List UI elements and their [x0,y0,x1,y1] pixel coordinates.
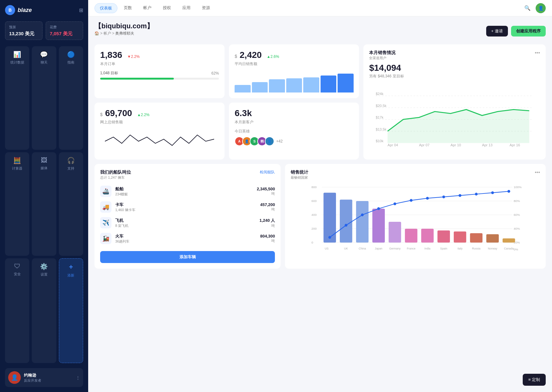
tab-dashboard[interactable]: 仪表板 [94,3,117,13]
svg-text:Apr 07: Apr 07 [419,143,430,147]
budget-section: 预算 13,230 美元 花费 7,057 美元 [5,21,83,40]
ship-icon: 🚢 [100,186,111,197]
train-icon: 🚂 [100,233,111,244]
target-label: 1,048 目标 [100,70,118,76]
truck-icon: 🚚 [100,201,111,213]
tab-auth[interactable]: 授权 [158,3,176,13]
sales-stats-more-icon[interactable]: ••• [535,170,540,175]
svg-text:Norway: Norway [488,247,498,250]
dollar-sign-2: $ [100,112,103,117]
dot-1 [328,236,331,239]
sales-big-value: $14,094 [369,63,540,73]
sidebar-item-chat[interactable]: 💬 聊天 [32,46,56,150]
svg-text:$17k: $17k [376,115,384,119]
hero-5: 👤 [265,137,274,146]
support-label: 支持 [67,166,74,171]
bar-India [421,229,434,243]
invite-button[interactable]: + 邀请 [486,26,508,36]
security-icon: 🛡 [14,263,20,270]
new-customers-label: 本月新客户 [235,120,353,125]
svg-text:Italy: Italy [458,247,463,250]
svg-marker-9 [388,109,529,143]
budget-value: 13,230 美元 [9,31,38,36]
bar-Norway [487,234,499,243]
total-sales-change: ▲2.2% [137,113,149,117]
sidebar: B blaze ⊞ 预算 13,230 美元 花费 7,057 美元 📊 统计数… [0,0,88,392]
sidebar-item-settings[interactable]: ⚙️ 设置 [32,258,56,363]
bar-2 [252,82,268,92]
bar-Germany [389,222,401,243]
sidebar-item-stats[interactable]: 📊 统计数据 [5,46,29,150]
sales-card-header: 本月销售情况 全渠道用户 ••• [369,50,540,60]
ship-name: 船舶 [115,186,253,192]
stats-icon: 📊 [13,51,21,58]
sidebar-item-add[interactable]: + 添新 [59,258,83,363]
tab-accounts[interactable]: 帐户 [138,3,156,13]
truck-value-group: 457,200 吨 [260,202,275,212]
progress-bar [100,78,219,80]
mini-bar-chart [235,70,353,92]
search-icon[interactable]: 🔍 [522,3,532,13]
logo-text: blaze [18,7,32,14]
sales-chart-area: 800 600 400 200 0 100% 80% 60% 40% 20% 0… [291,184,540,253]
tab-resources[interactable]: 资源 [197,3,215,13]
svg-text:Spain: Spain [440,247,447,250]
target-pct: 62% [211,71,219,76]
breadcrumb-accounts[interactable]: 帐户 [104,31,111,36]
dot-8 [442,195,445,198]
security-label: 安全 [14,272,21,277]
dot-5 [394,202,396,205]
svg-text:India: India [424,247,430,250]
sidebar-settings-icon[interactable]: ⊞ [79,7,83,13]
bar-US [324,193,336,243]
fleet-item-ship: 🚢 船舶 234艘艇 2,345,500 吨 [100,186,275,197]
fleet-item-plane: ✈️ 飞机 8 架飞机 1,240 人 吨 [100,217,275,228]
tab-apps[interactable]: 应用 [177,3,196,13]
fleet-link[interactable]: 检阅舰队 [260,170,275,175]
fleet-header: 我们的船队吨位 总计 1,247 辆车 检阅舰队 [100,170,275,184]
dot-11 [491,191,494,194]
guide-icon: 🔵 [67,51,75,58]
avg-sales-card: $ 2,420 ▲2.6% 平均日销售额 [229,44,359,98]
bar-4 [286,78,302,92]
more-icon[interactable]: ••• [535,50,540,56]
sales-stats-title: 销售统计 [291,170,308,175]
heroes-label: 今日英雄 [235,129,353,134]
create-app-button[interactable]: 创建应用程序 [511,26,546,36]
sidebar-item-guide[interactable]: 🔵 指南 [59,46,83,150]
bar-7 [338,74,353,92]
ship-info: 船舶 234艘艇 [115,186,253,197]
customize-button[interactable]: ≡ 定制 [523,374,546,386]
truck-info: 卡车 1,460 辆卡车 [115,202,256,212]
plane-unit: 吨 [259,223,275,228]
orders-value: 1,836 [100,50,122,60]
guide-label: 指南 [67,60,74,65]
logo-icon: B [5,5,15,15]
sales-stats-header: 销售统计 最畅销国家 ••• [291,170,540,180]
svg-text:40%: 40% [514,227,520,230]
top-user-avatar[interactable]: 👤 [536,3,546,13]
bar-5 [303,77,319,92]
plane-icon: ✈️ [100,217,111,228]
fleet-item-truck: 🚚 卡车 1,460 辆卡车 457,200 吨 [100,201,275,213]
logo: B blaze [5,5,32,15]
page-actions: + 邀请 创建应用程序 [486,26,546,36]
sidebar-item-security[interactable]: 🛡 安全 [5,258,29,363]
svg-text:Apr 04: Apr 04 [388,143,398,147]
sidebar-item-support[interactable]: 🎧 支持 [59,152,83,256]
dot-12 [508,190,510,193]
sidebar-item-calc[interactable]: 🧮 计算器 [5,152,29,256]
bar-3 [269,79,285,92]
orders-label: 本月订单 [100,61,219,67]
user-menu-icon[interactable]: ⋮ [76,375,80,380]
train-sub: 36趟列车 [115,239,256,244]
sales-chart-svg: 800 600 400 200 0 100% 80% 60% 40% 20% 0… [291,184,540,253]
bar-Spain [438,231,450,243]
sidebar-item-media[interactable]: 🖼 媒体 [32,152,56,256]
svg-text:0%: 0% [514,248,519,251]
add-vehicle-button[interactable]: 添加车辆 [100,251,275,263]
chat-icon: 💬 [40,51,48,58]
tab-pages[interactable]: 页数 [119,3,137,13]
top-nav-actions: 🔍 👤 [522,3,546,13]
train-value: 804,300 [260,234,275,238]
